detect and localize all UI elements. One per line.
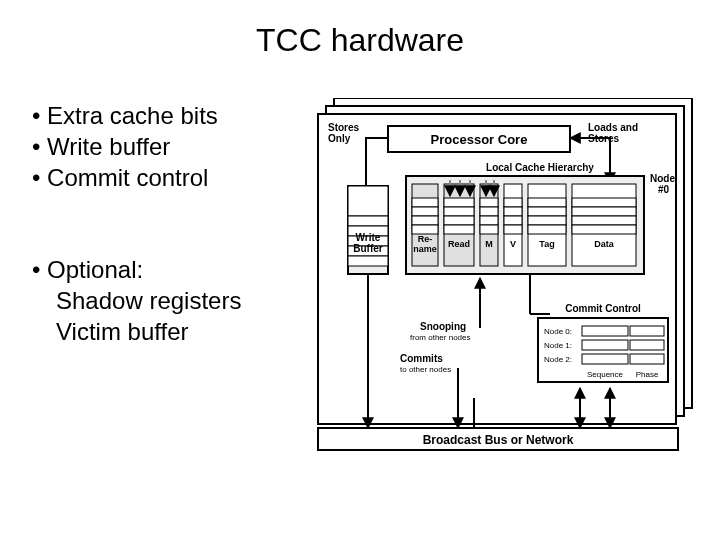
svg-text:Only: Only (328, 133, 351, 144)
svg-rect-44 (528, 225, 566, 234)
svg-text:Data: Data (594, 239, 615, 249)
svg-text:M: M (485, 239, 493, 249)
node0-label: Node (650, 173, 675, 184)
stores-only-label: Stores (328, 122, 360, 133)
svg-rect-38 (504, 225, 522, 234)
svg-rect-24 (444, 198, 474, 207)
bullet-list: • Extra cache bits • Write buffer • Comm… (32, 100, 241, 347)
svg-rect-42 (528, 207, 566, 216)
svg-text:#0: #0 (658, 184, 670, 195)
svg-rect-43 (528, 216, 566, 225)
bullet-6: Victim buffer (56, 316, 241, 347)
svg-text:name: name (413, 244, 437, 254)
svg-rect-49 (572, 216, 636, 225)
svg-rect-32 (480, 225, 498, 234)
svg-text:Re-: Re- (418, 234, 433, 244)
svg-rect-47 (572, 198, 636, 207)
svg-text:Node 0:: Node 0: (544, 327, 572, 336)
svg-rect-9 (348, 186, 388, 216)
local-cache-label: Local Cache Hierarchy (486, 162, 594, 173)
svg-rect-26 (444, 216, 474, 225)
svg-rect-31 (480, 216, 498, 225)
page-title: TCC hardware (0, 22, 720, 59)
svg-rect-20 (412, 225, 438, 234)
bullet-3: • Commit control (32, 162, 241, 193)
snooping-label: Snooping (420, 321, 466, 332)
bus-label: Broadcast Bus or Network (423, 433, 574, 447)
proc-core-label: Processor Core (431, 132, 528, 147)
svg-rect-19 (412, 216, 438, 225)
svg-rect-17 (412, 198, 438, 207)
svg-rect-29 (480, 198, 498, 207)
svg-rect-70 (630, 340, 664, 350)
commits-label: Commits (400, 353, 443, 364)
svg-rect-66 (582, 326, 628, 336)
svg-text:Tag: Tag (539, 239, 554, 249)
svg-rect-73 (630, 354, 664, 364)
svg-text:from other nodes: from other nodes (410, 333, 470, 342)
svg-rect-14 (348, 256, 388, 266)
svg-rect-50 (572, 225, 636, 234)
svg-rect-10 (348, 216, 388, 226)
svg-rect-48 (572, 207, 636, 216)
svg-text:to other nodes: to other nodes (400, 365, 451, 374)
tcc-diagram: Stores Only Processor Core Loads and Sto… (310, 98, 698, 458)
svg-text:Node 1:: Node 1: (544, 341, 572, 350)
svg-rect-67 (630, 326, 664, 336)
svg-rect-30 (480, 207, 498, 216)
bullet-4: • Optional: (32, 254, 241, 285)
bullet-2: • Write buffer (32, 131, 241, 162)
svg-rect-36 (504, 207, 522, 216)
svg-text:Node 2:: Node 2: (544, 355, 572, 364)
svg-rect-27 (444, 225, 474, 234)
svg-text:Sequence: Sequence (587, 370, 624, 379)
commit-control-label: Commit Control (565, 303, 641, 314)
svg-rect-69 (582, 340, 628, 350)
svg-text:Buffer: Buffer (353, 243, 383, 254)
svg-text:V: V (510, 239, 516, 249)
svg-rect-35 (504, 198, 522, 207)
svg-text:Phase: Phase (636, 370, 659, 379)
svg-rect-18 (412, 207, 438, 216)
bullet-1: • Extra cache bits (32, 100, 241, 131)
bullet-5: Shadow registers (56, 285, 241, 316)
svg-rect-25 (444, 207, 474, 216)
svg-rect-72 (582, 354, 628, 364)
read-col: Read (448, 239, 470, 249)
loads-stores-label: Loads and (588, 122, 638, 133)
svg-rect-41 (528, 198, 566, 207)
write-buffer-label: Write (356, 232, 381, 243)
svg-rect-37 (504, 216, 522, 225)
